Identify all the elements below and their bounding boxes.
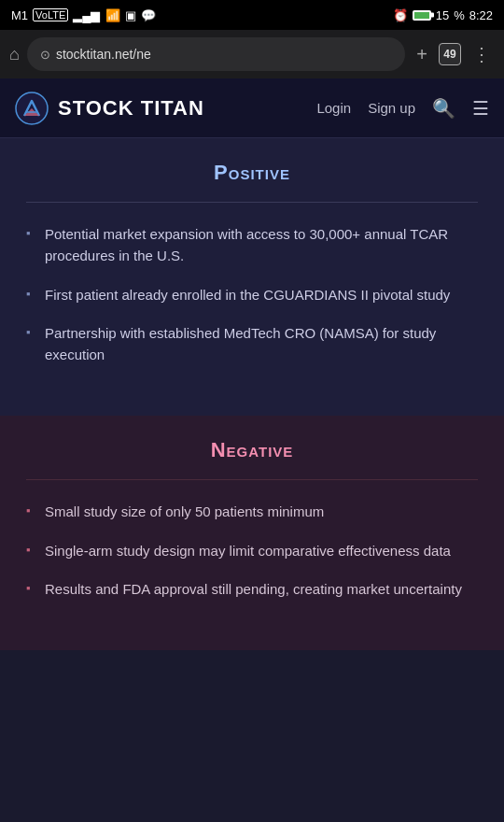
status-left: M1 VoLTE ▂▄▆ 📶 ▣ 💬 <box>11 8 156 22</box>
header-actions: Login Sign up 🔍 ☰ <box>316 97 489 120</box>
list-item: Partnership with established MedTech CRO… <box>26 322 478 366</box>
main-content: Positive Potential market expansion with… <box>0 138 504 650</box>
list-item: Potential market expansion with access t… <box>26 223 478 267</box>
logo-icon <box>15 92 49 125</box>
time-display: 8:22 <box>469 8 493 22</box>
status-bar: M1 VoLTE ▂▄▆ 📶 ▣ 💬 ⏰ 15% 8:22 <box>0 0 504 30</box>
url-bar[interactable]: ⊙ stocktitan.net/ne <box>27 37 405 71</box>
logo-wrapper[interactable]: STOCK TITAN <box>15 92 316 125</box>
list-item: Single-arm study design may limit compar… <box>26 540 478 561</box>
signup-link[interactable]: Sign up <box>368 100 415 116</box>
site-title: STOCK TITAN <box>58 96 204 120</box>
status-right: ⏰ 15% 8:22 <box>393 8 493 22</box>
list-item: Results and FDA approval still pending, … <box>26 578 478 600</box>
url-text: stocktitan.net/ne <box>56 47 392 62</box>
carrier-label: M1 <box>11 8 28 22</box>
site-header: STOCK TITAN Login Sign up 🔍 ☰ <box>0 78 504 138</box>
signal-icon: ▂▄▆ <box>73 8 100 22</box>
battery-icon <box>413 10 431 21</box>
negative-title: Negative <box>26 438 478 462</box>
positive-title: Positive <box>26 161 478 185</box>
alarm-icon: ⏰ <box>393 8 408 22</box>
browser-chrome: ⌂ ⊙ stocktitan.net/ne + 49 ⋮ <box>0 30 504 78</box>
volte-label: VoLTE <box>33 8 68 21</box>
positive-divider <box>26 202 478 203</box>
tab-count-badge[interactable]: 49 <box>439 43 461 65</box>
security-icon: ⊙ <box>40 48 50 62</box>
list-item: First patient already enrolled in the CG… <box>26 284 478 305</box>
menu-icon[interactable]: ☰ <box>472 97 489 120</box>
add-tab-button[interactable]: + <box>413 40 431 69</box>
more-menu-button[interactable]: ⋮ <box>469 39 495 69</box>
positive-list: Potential market expansion with access t… <box>26 223 478 365</box>
battery-percent: 15 <box>436 8 449 22</box>
negative-divider <box>26 479 478 480</box>
search-icon[interactable]: 🔍 <box>432 97 455 120</box>
negative-list: Small study size of only 50 patients min… <box>26 501 478 600</box>
negative-section: Negative Small study size of only 50 pat… <box>0 416 504 650</box>
home-button[interactable]: ⌂ <box>9 45 20 64</box>
positive-section: Positive Potential market expansion with… <box>0 138 504 416</box>
whatsapp-icon: 💬 <box>141 8 156 22</box>
list-item: Small study size of only 50 patients min… <box>26 501 478 522</box>
login-link[interactable]: Login <box>316 100 351 116</box>
wifi-icon: 📶 <box>105 8 120 22</box>
sim-icon: ▣ <box>125 8 136 22</box>
